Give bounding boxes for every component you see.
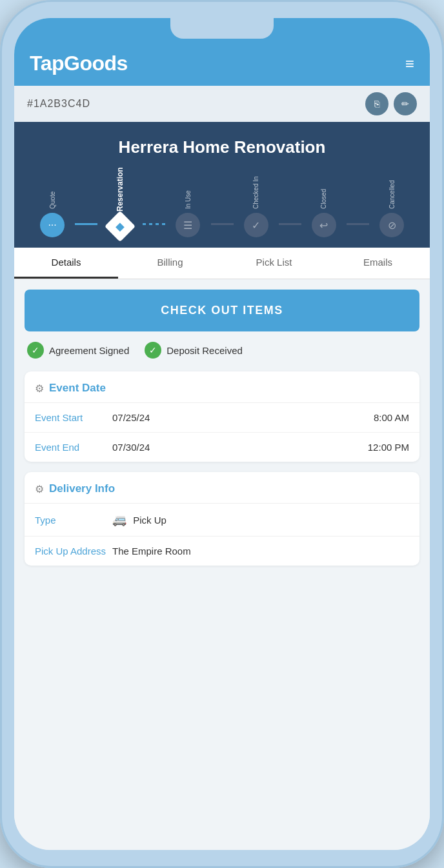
step-checked-in[interactable]: Checked In ✓ xyxy=(234,170,279,237)
delivery-type-row: Type 🚐 Pick Up xyxy=(25,504,419,537)
step-checked-in-circle: ✓ xyxy=(244,213,268,237)
agreement-check-icon: ✓ xyxy=(27,342,44,359)
pickup-truck-icon: 🚐 xyxy=(112,513,126,526)
connector-3 xyxy=(211,223,234,225)
step-cancelled-icon: ⊘ xyxy=(388,219,396,232)
tab-emails[interactable]: Emails xyxy=(326,248,430,279)
event-date-header: ⚙ Event Date xyxy=(25,371,419,403)
step-closed-label: Closed xyxy=(320,170,327,209)
step-cancelled-circle: ⊘ xyxy=(379,213,404,237)
hamburger-icon[interactable]: ≡ xyxy=(405,56,414,72)
agreement-label: Agreement Signed xyxy=(49,345,129,356)
delivery-card: ⚙ Delivery Info Type 🚐 Pick Up Pick Up A… xyxy=(25,472,419,566)
checkout-button[interactable]: CHECK OUT ITEMS xyxy=(25,290,419,331)
step-closed-circle: ↩ xyxy=(312,213,336,237)
event-end-time: 12:00 PM xyxy=(368,442,409,453)
step-in-use-label: In Use xyxy=(185,170,192,209)
event-start-label: Event Start xyxy=(35,412,112,423)
phone-notch xyxy=(170,18,274,39)
event-end-row: Event End 07/30/24 12:00 PM xyxy=(25,433,419,462)
connector-1 xyxy=(75,223,97,225)
connector-4 xyxy=(279,223,301,225)
step-cancelled[interactable]: Cancelled ⊘ xyxy=(369,170,414,237)
step-cancelled-label: Cancelled xyxy=(388,170,396,209)
event-date-card: ⚙ Event Date Event Start 07/25/24 8:00 A… xyxy=(25,371,419,462)
event-date-title: Event Date xyxy=(49,382,106,395)
order-id: #1A2B3C4D xyxy=(27,98,90,110)
step-quote-label: Quote xyxy=(49,170,56,209)
phone-frame: TapGoods ≡ #1A2B3C4D ⎘ ✏ Herrera Home Re… xyxy=(0,0,444,868)
step-reservation-circle: ◆ xyxy=(105,211,136,242)
step-reservation-label: Reservation xyxy=(116,173,125,212)
pickup-address-row: Pick Up Address The Empire Room xyxy=(25,537,419,566)
phone-screen: TapGoods ≡ #1A2B3C4D ⎘ ✏ Herrera Home Re… xyxy=(14,18,430,850)
deposit-check-icon: ✓ xyxy=(145,342,161,359)
delivery-type-value: 🚐 Pick Up xyxy=(112,513,409,527)
event-start-date: 07/25/24 xyxy=(112,412,374,423)
content-area: CHECK OUT ITEMS ✓ Agreement Signed ✓ Dep… xyxy=(14,279,430,850)
badge-agreement: ✓ Agreement Signed xyxy=(27,342,129,359)
status-badges: ✓ Agreement Signed ✓ Deposit Received xyxy=(25,342,419,359)
event-end-date: 07/30/24 xyxy=(112,442,368,453)
edit-button[interactable]: ✏ xyxy=(394,92,417,115)
delivery-type-label: Type xyxy=(35,515,112,526)
deposit-label: Deposit Received xyxy=(166,345,243,356)
project-title: Herrera Home Renovation xyxy=(27,137,417,157)
step-closed-icon: ↩ xyxy=(319,219,328,232)
delivery-header: ⚙ Delivery Info xyxy=(25,472,419,504)
sub-header-actions: ⎘ ✏ xyxy=(365,92,417,115)
logo-text: TapGoods xyxy=(30,52,128,75)
tab-pick-list[interactable]: Pick List xyxy=(222,248,326,279)
pickup-address-label: Pick Up Address xyxy=(35,546,112,557)
step-in-use[interactable]: In Use ☰ xyxy=(165,170,210,237)
pickup-address-value: The Empire Room xyxy=(112,546,409,557)
event-start-row: Event Start 07/25/24 8:00 AM xyxy=(25,403,419,433)
tabs: Details Billing Pick List Emails xyxy=(14,248,430,279)
step-quote-icon: ··· xyxy=(48,219,56,231)
event-end-label: Event End xyxy=(35,442,112,453)
stepper: Quote ··· Reservation ◆ In Use xyxy=(27,170,417,237)
edit-icon: ✏ xyxy=(401,99,409,109)
step-reservation[interactable]: Reservation ◆ xyxy=(97,173,143,237)
delivery-title: Delivery Info xyxy=(49,482,115,495)
copy-button[interactable]: ⎘ xyxy=(365,92,388,115)
step-in-use-icon: ☰ xyxy=(183,219,192,232)
tab-billing[interactable]: Billing xyxy=(118,248,222,279)
delivery-gear-icon: ⚙ xyxy=(35,483,44,495)
connector-5 xyxy=(347,223,369,225)
app-logo: TapGoods xyxy=(30,52,128,75)
event-start-time: 8:00 AM xyxy=(374,412,409,423)
step-checked-in-icon: ✓ xyxy=(252,219,260,232)
step-in-use-circle: ☰ xyxy=(176,213,200,237)
sub-header: #1A2B3C4D ⎘ ✏ xyxy=(14,86,430,122)
copy-icon: ⎘ xyxy=(374,99,379,109)
step-quote[interactable]: Quote ··· xyxy=(30,170,75,237)
connector-2 xyxy=(143,223,165,225)
tab-details[interactable]: Details xyxy=(14,248,118,279)
step-reservation-icon: ◆ xyxy=(116,219,125,233)
step-quote-circle: ··· xyxy=(40,213,65,237)
status-banner: Herrera Home Renovation Quote ··· Reserv… xyxy=(14,122,430,248)
step-closed[interactable]: Closed ↩ xyxy=(301,170,347,237)
event-date-gear-icon: ⚙ xyxy=(35,382,44,395)
step-checked-in-label: Checked In xyxy=(252,170,259,209)
badge-deposit: ✓ Deposit Received xyxy=(145,342,243,359)
